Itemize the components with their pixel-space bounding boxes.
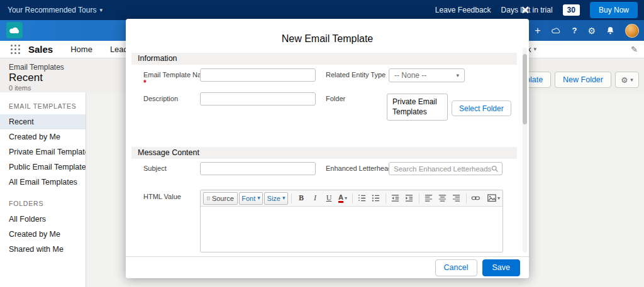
salesforce-logo[interactable]: [6, 22, 23, 38]
list-view-title: Recent: [9, 72, 43, 84]
modal-scrollbar-thumb[interactable]: [523, 54, 527, 124]
enhanced-letterhead-search: [389, 162, 502, 175]
indent-icon: [405, 194, 413, 202]
source-doc-icon: [207, 195, 210, 202]
toolbar-separator: [466, 193, 467, 203]
bullet-list-icon: [372, 194, 380, 202]
indent-button[interactable]: [403, 192, 416, 205]
cancel-button[interactable]: Cancel: [435, 259, 477, 276]
chevron-down-icon: ▾: [456, 73, 459, 79]
modal-close-icon[interactable]: ✕: [521, 4, 530, 17]
deploy-cloud-icon[interactable]: [551, 27, 561, 34]
new-folder-button[interactable]: New Folder: [555, 72, 611, 88]
question-icon: ?: [572, 26, 577, 35]
align-right-icon: [452, 194, 460, 202]
align-left-button[interactable]: [423, 192, 435, 205]
chevron-down-icon: ▾: [99, 8, 103, 13]
app-launcher-icon[interactable]: [11, 45, 20, 54]
toolbar-separator: [386, 193, 386, 203]
edit-nav-pencil-icon[interactable]: ✎: [631, 45, 638, 54]
description-input[interactable]: [200, 92, 316, 106]
nav-tab-home[interactable]: Home: [70, 45, 92, 54]
toolbar-separator: [352, 193, 353, 203]
app-name: Sales: [28, 44, 53, 55]
sidebar-item-all-folders[interactable]: All Folders: [0, 212, 86, 227]
bullet-list-button[interactable]: [370, 192, 382, 205]
font-dropdown-label: Font: [242, 195, 255, 202]
email-template-name-input[interactable]: [200, 68, 316, 82]
sidebar-item-public-email-templates[interactable]: Public Email Templates: [0, 160, 86, 175]
modal-scrollbar[interactable]: [523, 48, 527, 252]
leave-feedback-link[interactable]: Leave Feedback: [435, 6, 491, 14]
related-entity-type-value: -- None --: [394, 71, 426, 80]
days-left-badge: 30: [563, 4, 580, 16]
enhanced-letterhead-search-input[interactable]: [394, 165, 491, 173]
sidebar-section-email-templates: EMAIL TEMPLATES: [0, 92, 86, 114]
required-asterisk: *: [143, 79, 147, 87]
outdent-icon: [391, 194, 399, 202]
sidebar-item-all-email-templates[interactable]: All Email Templates: [0, 175, 86, 190]
rich-text-editor: Source Font ▾ Size ▾ B I U A ▾: [200, 190, 503, 252]
user-avatar[interactable]: [625, 24, 639, 38]
source-button[interactable]: Source: [203, 192, 238, 205]
notifications-bell-icon[interactable]: [606, 26, 614, 35]
ordered-list-icon: [358, 194, 366, 202]
size-dropdown[interactable]: Size ▾: [264, 192, 288, 205]
folder-label: Folder: [326, 95, 345, 102]
chevron-down-icon: ▾: [497, 196, 500, 201]
list-settings-button[interactable]: ⚙ ▾: [615, 72, 639, 88]
buy-now-button[interactable]: Buy Now: [590, 2, 638, 18]
chevron-down-icon: ▾: [282, 195, 286, 201]
modal-footer: Cancel Save: [126, 256, 529, 278]
section-header-message-content: Message Content: [131, 147, 517, 159]
subject-input[interactable]: [200, 162, 316, 175]
toolbar-separator: [291, 193, 292, 203]
sidebar: EMAIL TEMPLATES Recent Created by Me Pri…: [0, 92, 86, 287]
bold-button[interactable]: B: [295, 192, 308, 205]
setup-gear-icon[interactable]: ⚙: [587, 26, 596, 35]
plus-icon: +: [535, 26, 540, 36]
new-email-template-modal: New Email Template Information Email Tem…: [126, 19, 529, 278]
help-icon[interactable]: ?: [572, 26, 577, 35]
text-color-button[interactable]: A ▾: [336, 192, 349, 205]
nav-tab-label: Home: [70, 45, 92, 54]
image-icon: [487, 194, 496, 202]
italic-button[interactable]: I: [309, 192, 321, 205]
subject-label: Subject: [143, 165, 167, 172]
ordered-list-button[interactable]: [356, 192, 369, 205]
nav-right: k ▾ ✎: [527, 45, 638, 54]
align-left-icon: [425, 194, 433, 202]
link-icon: [471, 194, 480, 202]
related-entity-type-label: Related Entity Type: [326, 71, 386, 79]
align-right-button[interactable]: [450, 192, 463, 205]
cloud-logo-icon: [8, 26, 21, 35]
trial-bar-right: Leave Feedback Days left in trial 30 Buy…: [435, 2, 638, 18]
outdent-button[interactable]: [389, 192, 402, 205]
folder-value-box: Private Email Templates: [387, 94, 448, 121]
search-icon: [491, 165, 499, 173]
sidebar-item-private-email-templates[interactable]: Private Email Templates: [0, 144, 86, 160]
link-button[interactable]: [470, 192, 482, 205]
item-count: 0 items: [9, 84, 31, 92]
chevron-down-icon: ▾: [257, 195, 260, 201]
related-entity-type-select[interactable]: -- None -- ▾: [389, 68, 465, 82]
underline-button[interactable]: U: [323, 192, 335, 205]
recommended-tours-link[interactable]: Your Recommended Tours ▾: [8, 6, 103, 14]
chevron-down-icon: ▾: [630, 77, 633, 83]
text-color-letter: A: [338, 194, 343, 203]
sidebar-item-created-by-me[interactable]: Created by Me: [0, 129, 86, 144]
editor-content-area[interactable]: [201, 207, 502, 252]
entity-label: Email Templates: [9, 63, 64, 72]
source-button-label: Source: [212, 195, 234, 202]
select-folder-button[interactable]: Select Folder: [452, 100, 511, 116]
toolbar-separator: [419, 193, 419, 203]
sidebar-item-recent[interactable]: Recent: [0, 114, 86, 129]
sidebar-item-shared-with-me[interactable]: Shared with Me: [0, 242, 86, 257]
align-center-button[interactable]: [436, 192, 449, 205]
editor-toolbar: Source Font ▾ Size ▾ B I U A ▾: [201, 190, 502, 207]
save-button[interactable]: Save: [482, 259, 521, 276]
font-dropdown[interactable]: Font ▾: [239, 192, 263, 205]
sidebar-item-folders-created-by-me[interactable]: Created by Me: [0, 227, 86, 242]
global-actions-plus-icon[interactable]: +: [535, 26, 540, 36]
image-button[interactable]: ▾: [487, 192, 500, 205]
